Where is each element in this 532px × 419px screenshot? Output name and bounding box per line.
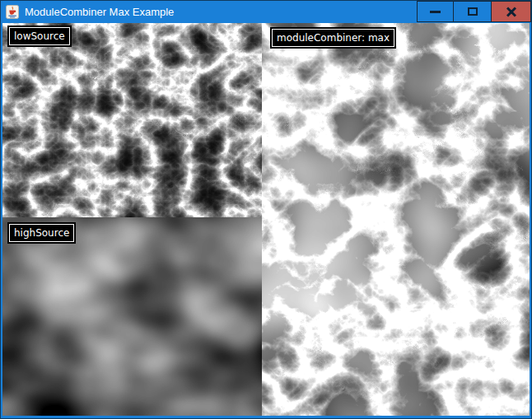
panel-lowsource: lowSource [2, 23, 262, 217]
java-coffee-cup-icon[interactable] [6, 5, 19, 19]
titlebar[interactable]: ModuleCombiner Max Example [1, 1, 531, 23]
modulecombiner-max-noise-image [262, 23, 530, 416]
lowsource-noise-image [2, 23, 262, 217]
app-window: ModuleCombiner Max Example [0, 0, 532, 419]
minimize-button[interactable] [417, 1, 454, 22]
highsource-noise-image [2, 217, 262, 416]
close-x-icon [506, 7, 517, 17]
minimize-dash-icon [430, 11, 441, 13]
panel-label-highsource: highSource [9, 224, 74, 242]
maximize-button[interactable] [453, 1, 492, 22]
maximize-square-icon [468, 7, 478, 16]
close-button[interactable] [491, 1, 531, 22]
content-area: lowSource [2, 23, 530, 416]
window-title: ModuleCombiner Max Example [25, 1, 174, 23]
panel-label-modulecombiner-max: moduleCombiner: max [272, 29, 394, 47]
window-controls [418, 1, 531, 22]
panel-highsource: highSource [2, 217, 262, 416]
panel-modulecombiner-max: moduleCombiner: max [262, 23, 530, 416]
panel-label-lowsource: lowSource [9, 27, 70, 45]
